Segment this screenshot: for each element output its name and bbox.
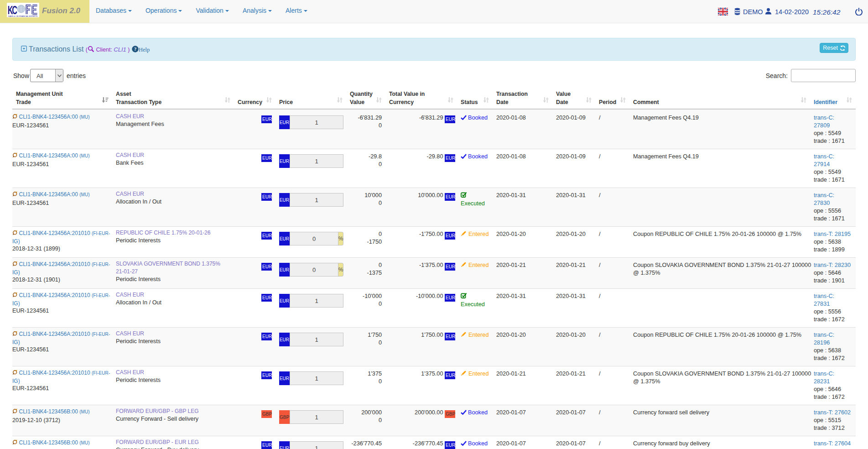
svg-text:KAHN & CIE FINANCIAL EXPERTS: KAHN & CIE FINANCIAL EXPERTS <box>8 15 38 17</box>
svg-text:?: ? <box>134 47 136 52</box>
